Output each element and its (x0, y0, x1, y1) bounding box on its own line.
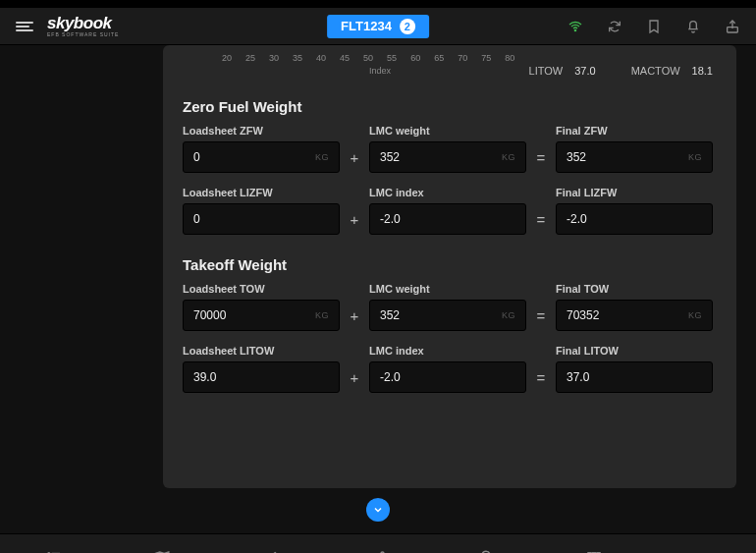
refresh-icon[interactable] (607, 19, 622, 34)
chart-readouts: LITOW 37.0 MACTOW 18.1 (529, 65, 713, 77)
equals-icon: = (532, 203, 550, 235)
output-final-lizfw: -2.0 (556, 203, 713, 235)
equals-icon: = (532, 300, 550, 331)
plus-icon: + (346, 361, 363, 393)
label: Final LIZFW (556, 187, 713, 198)
header-actions (567, 19, 740, 34)
left-gutter (0, 45, 163, 488)
output-final-zfw: 352KG (556, 141, 713, 173)
equals-icon: = (532, 141, 550, 173)
zfw-row-1: Loadsheet ZFW 0KG + LMC weight 352KG = F… (183, 125, 717, 173)
field-final-zfw: Final ZFW 352KG (556, 125, 713, 173)
logo-text: skybook (47, 15, 119, 31)
plus-icon: + (346, 203, 363, 235)
label: LMC index (369, 187, 526, 198)
app-header: skybook EFB SOFTWARE SUITE FLT1234 2 (0, 8, 756, 45)
output-final-tow: 70352KG (556, 300, 713, 331)
equals-icon: = (532, 361, 550, 393)
menu-icon[interactable] (16, 20, 33, 33)
readout-mactow: MACTOW 18.1 (631, 65, 713, 77)
content-card: 20 25 30 35 40 45 50 55 60 65 70 75 80 I… (163, 45, 736, 488)
input-loadsheet-litow[interactable]: 39.0 (183, 361, 340, 393)
field-lmc-index-zfw: LMC index -2.0 (369, 187, 526, 235)
field-loadsheet-litow: Loadsheet LITOW 39.0 (183, 345, 340, 393)
chart-axis-label: Index (369, 66, 391, 76)
input-loadsheet-zfw[interactable]: 0KG (183, 141, 340, 173)
wifi-icon[interactable] (567, 19, 583, 34)
output-final-litow: 37.0 (556, 361, 713, 393)
map-icon (152, 549, 172, 553)
nav-library[interactable]: LIBRARY (540, 534, 648, 553)
collapse-button[interactable] (366, 498, 390, 522)
label: Loadsheet TOW (183, 283, 340, 295)
input-lmc-weight-tow[interactable]: 352KG (369, 300, 526, 331)
nav-preflight[interactable]: PRE-FLIGHT (216, 534, 324, 553)
input-lmc-index-tow[interactable]: -2.0 (369, 361, 526, 393)
label: Loadsheet LIZFW (183, 187, 340, 198)
input-loadsheet-tow[interactable]: 70000KG (183, 300, 340, 331)
input-loadsheet-lizfw[interactable]: 0 (183, 203, 340, 235)
label: LMC weight (369, 125, 526, 137)
logo-subtext: EFB SOFTWARE SUITE (47, 32, 119, 37)
tow-row-2: Loadsheet LITOW 39.0 + LMC index -2.0 = … (183, 345, 717, 393)
bell-icon[interactable] (685, 19, 701, 34)
label: Final ZFW (556, 125, 713, 137)
field-final-tow: Final TOW 70352KG (556, 283, 713, 331)
flight-selector[interactable]: FLT1234 2 (327, 15, 429, 38)
label: LMC weight (369, 283, 526, 295)
list-icon (44, 549, 64, 553)
tow-row-1: Loadsheet TOW 70000KG + LMC weight 352KG… (183, 283, 717, 331)
field-lmc-index-tow: LMC index -2.0 (369, 345, 526, 393)
flight-id: FLT1234 (341, 19, 392, 33)
zfw-row-2: Loadsheet LIZFW 0 + LMC index -2.0 = Fin… (183, 187, 717, 235)
bookmark-icon[interactable] (646, 19, 662, 34)
field-lmc-weight-tow: LMC weight 352KG (369, 283, 526, 331)
input-lmc-weight-zfw[interactable]: 352KG (369, 141, 526, 173)
take-off-icon (260, 549, 280, 553)
plus-icon: + (346, 141, 363, 173)
tools-icon: +-= (692, 549, 712, 553)
chart-ticks: 20 25 30 35 40 45 50 55 60 65 70 75 80 (222, 53, 514, 63)
chart-axis-strip: 20 25 30 35 40 45 50 55 60 65 70 75 80 I… (183, 51, 717, 77)
app-logo: skybook EFB SOFTWARE SUITE (47, 15, 119, 37)
nav-briefing[interactable]: BRIEFING (108, 534, 216, 553)
readout-litow: LITOW 37.0 (529, 65, 596, 77)
device-statusbar (0, 0, 756, 8)
svg-point-0 (574, 29, 575, 30)
field-final-lizfw: Final LIZFW -2.0 (556, 187, 713, 235)
share-icon[interactable] (725, 19, 740, 34)
label: Final TOW (556, 283, 713, 295)
nav-summary[interactable]: SUMMARY (0, 534, 108, 553)
label: Loadsheet ZFW (183, 125, 340, 137)
label: LMC index (369, 345, 526, 357)
landing-icon (476, 549, 496, 553)
nav-inflight[interactable]: IN-FLIGHT (324, 534, 432, 553)
nav-postflight[interactable]: POST-FLIGHT (432, 534, 540, 553)
section-title-tow: Takeoff Weight (183, 256, 717, 273)
label: Loadsheet LITOW (183, 345, 340, 357)
collapse-wrap (0, 488, 756, 533)
flight-notif-badge: 2 (400, 19, 415, 34)
section-title-zfw: Zero Fuel Weight (183, 98, 717, 115)
field-loadsheet-tow: Loadsheet TOW 70000KG (183, 283, 340, 331)
nav-tools[interactable]: +-= TOOLS (648, 534, 756, 553)
input-lmc-index-zfw[interactable]: -2.0 (369, 203, 526, 235)
bottom-nav: SUMMARY BRIEFING PRE-FLIGHT IN-FLIGHT PO… (0, 533, 756, 553)
field-loadsheet-lizfw: Loadsheet LIZFW 0 (183, 187, 340, 235)
library-icon (584, 549, 604, 553)
label: Final LITOW (556, 345, 713, 357)
field-loadsheet-zfw: Loadsheet ZFW 0KG (183, 125, 340, 173)
field-final-litow: Final LITOW 37.0 (556, 345, 713, 393)
main-stage: 20 25 30 35 40 45 50 55 60 65 70 75 80 I… (0, 45, 756, 488)
plus-icon: + (346, 300, 363, 331)
route-icon (368, 549, 388, 553)
field-lmc-weight-zfw: LMC weight 352KG (369, 125, 526, 173)
